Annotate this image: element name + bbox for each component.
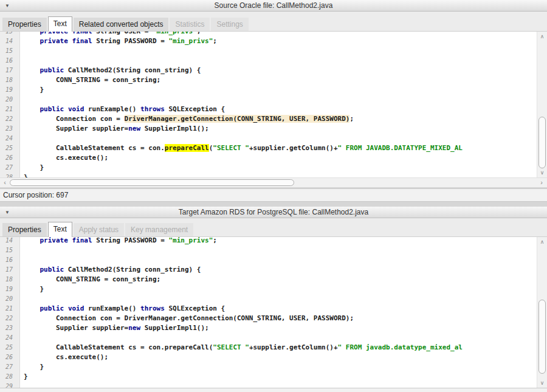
code-line: 26 cs.execute(); [0,352,547,362]
tab-text[interactable]: Text [48,222,72,237]
code-line: 26 cs.execute(); [0,153,547,163]
code-text: public CallMethod2(String conn_string) { [16,66,201,75]
code-text: CallableStatement cs = con.prepareCall("… [16,143,463,153]
target-tabbar: PropertiesTextApply statusKey management [0,218,547,237]
code-line: 20 [0,294,547,304]
code-line: 29 [0,382,547,388]
tab-properties[interactable]: Properties [2,18,47,31]
code-text [16,95,24,105]
code-line: 24 [0,134,547,143]
source-hscroll-thumb[interactable] [10,179,294,186]
source-horizontal-scrollbar[interactable]: ‹ › [0,177,547,187]
code-line: 22 Connection con = DriverManager.getCon… [0,314,547,323]
code-text: public void runExample() throws SQLExcep… [16,304,225,314]
code-line: 21 public void runExample() throws SQLEx… [0,105,547,114]
code-text: } [16,372,28,382]
target-vscroll-thumb[interactable] [538,300,546,374]
code-text: } [16,163,44,173]
code-line: 23 Supplier supplier=new SupplierImpl1()… [0,124,547,134]
line-number: 22 [0,114,16,124]
line-number: 19 [0,85,16,95]
line-number: 18 [0,75,16,85]
code-line: 18 CONN_STRING = conn_string; [0,275,547,284]
line-number: 20 [0,294,16,304]
code-text: Supplier supplier=new SupplierImpl1(); [16,323,209,333]
line-number: 25 [0,343,16,352]
target-horizontal-scrollbar[interactable] [0,388,547,392]
code-text: public CallMethod2(String conn_string) { [16,265,201,275]
code-text [16,255,24,265]
tab-key-management: Key management [125,223,193,236]
line-number: 29 [0,382,16,388]
code-line: 17 public CallMethod2(String conn_string… [0,265,547,275]
source-vertical-scrollbar[interactable]: ∧ ∨ [537,32,547,177]
line-number: 28 [0,372,16,382]
tab-settings: Settings [211,18,248,31]
cursor-position-status: Cursor position: 697 [0,188,547,202]
source-code-editor[interactable]: 13 private final String USER = "min_priv… [0,32,547,177]
tab-text[interactable]: Text [48,16,72,32]
code-text: } [16,85,44,95]
collapse-arrow-icon[interactable]: ▼ [5,3,10,9]
code-line: 28} [0,173,547,177]
code-text: } [16,362,44,372]
scroll-right-icon[interactable]: › [537,178,546,187]
collapse-arrow-icon[interactable]: ▼ [5,210,10,215]
line-number: 26 [0,153,16,163]
code-line: 23 Supplier supplier=new SupplierImpl1()… [0,323,547,333]
code-line: 19 } [0,284,547,294]
code-text: public void runExample() throws SQLExcep… [16,105,225,114]
line-number: 20 [0,95,16,105]
line-number: 21 [0,105,16,114]
code-line: 13 private final String USER = "min_priv… [0,32,547,36]
code-line: 16 [0,255,547,265]
source-vscroll-thumb[interactable] [538,117,546,168]
line-number: 16 [0,56,16,66]
code-text: } [16,173,28,177]
panel-divider [0,202,547,207]
line-number: 17 [0,265,16,275]
scroll-down-icon[interactable]: ∨ [537,168,547,177]
line-number: 23 [0,124,16,134]
code-text [16,294,24,304]
tab-related-converted-objects[interactable]: Related converted objects [74,18,169,31]
line-number: 26 [0,352,16,362]
tab-properties[interactable]: Properties [2,223,47,236]
code-line: 25 CallableStatement cs = con.prepareCal… [0,143,547,153]
line-number: 19 [0,284,16,294]
code-text: cs.execute(); [16,352,108,362]
scroll-up-icon[interactable]: ∧ [537,238,547,246]
target-code-editor[interactable]: 14 private final String PASSWORD = "min_… [0,237,547,388]
code-text [16,46,24,56]
code-line: 25 CallableStatement cs = con.prepareCal… [0,343,547,352]
code-line: 28} [0,372,547,382]
line-number: 15 [0,46,16,56]
code-line: 17 public CallMethod2(String conn_string… [0,66,547,75]
code-line: 16 [0,56,547,66]
line-number: 21 [0,304,16,314]
scroll-down-icon[interactable]: ∨ [537,379,547,387]
scroll-up-icon[interactable]: ∧ [537,32,547,41]
code-text: private final String PASSWORD = "min_pri… [16,36,217,46]
scroll-left-icon[interactable]: ‹ [0,178,10,187]
code-text: CONN_STRING = conn_string; [16,275,160,284]
code-line: 15 [0,246,547,255]
code-line: 21 public void runExample() throws SQLEx… [0,304,547,314]
code-line: 27 } [0,362,547,372]
line-number: 28 [0,173,16,177]
tab-apply-status: Apply status [74,223,124,236]
tab-statistics: Statistics [170,18,210,31]
target-vertical-scrollbar[interactable]: ∧ ∨ [537,237,547,388]
code-line: 14 private final String PASSWORD = "min_… [0,36,547,46]
code-text: } [16,284,44,294]
cursor-position-text: Cursor position: 697 [3,191,68,199]
line-number: 14 [0,237,16,246]
code-line: 14 private final String PASSWORD = "min_… [0,237,547,246]
target-panel: ▼ Target Amazon RDS for PostgreSQL file:… [0,207,547,392]
line-number: 15 [0,246,16,255]
line-number: 27 [0,362,16,372]
line-number: 22 [0,314,16,323]
code-line: 24 [0,333,547,343]
code-text: private final String PASSWORD = "min_pri… [16,237,217,246]
code-line: 22 Connection con = DriverManager.getCon… [0,114,547,124]
